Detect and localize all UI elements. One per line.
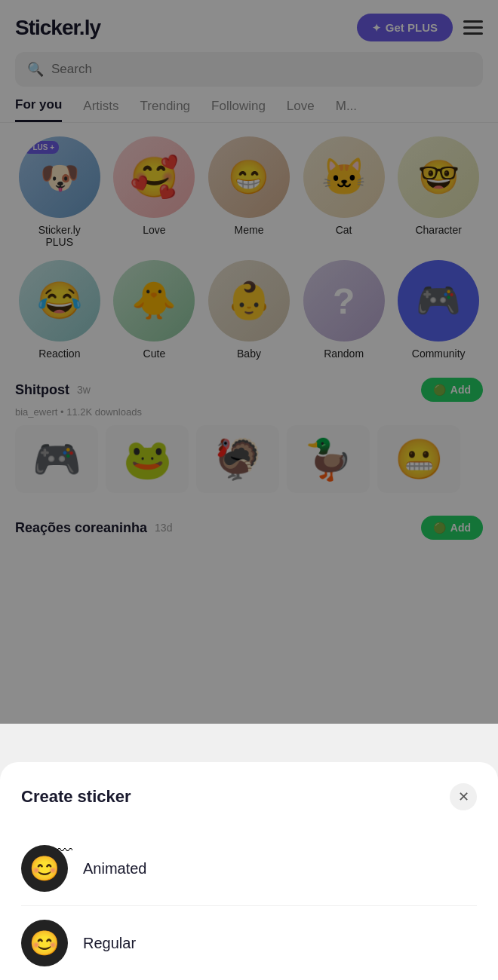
regular-icon: 😊 <box>21 920 68 966</box>
bottom-sheet: Create sticker ✕ 😊 〰 Animated 😊 Regular <box>0 762 498 980</box>
regular-emoji: 😊 <box>29 929 60 957</box>
close-button[interactable]: ✕ <box>450 783 477 810</box>
sheet-header: Create sticker ✕ <box>21 783 477 810</box>
regular-option[interactable]: 😊 Regular <box>21 906 477 980</box>
waves-icon: 〰 <box>57 842 72 859</box>
animated-label: Animated <box>83 860 147 877</box>
overlay-dim <box>0 0 498 724</box>
animated-emoji: 😊 <box>29 854 60 883</box>
sheet-title: Create sticker <box>21 787 131 807</box>
animated-option[interactable]: 😊 〰 Animated <box>21 831 477 905</box>
animated-icon: 😊 〰 <box>21 845 68 892</box>
regular-label: Regular <box>83 935 136 952</box>
